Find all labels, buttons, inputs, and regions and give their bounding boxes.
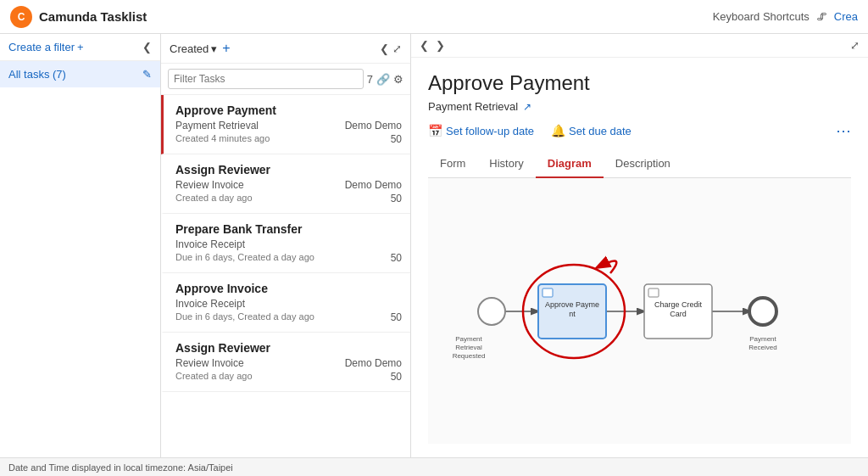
task-assignee: Demo Demo [345, 120, 402, 132]
svg-rect-4 [648, 288, 659, 297]
sidebar-filters: Create a filter + ❮ All tasks (7) ✎ [0, 34, 161, 457]
task-list-header-left: Created ▾ + [170, 41, 231, 56]
sort-created-button[interactable]: Created ▾ [170, 42, 217, 55]
statusbar: Date and Time displayed in local timezon… [0, 457, 868, 476]
end-label: Payment [749, 335, 776, 343]
svg-rect-3 [542, 288, 553, 297]
task-process: Invoice Receipt [175, 298, 245, 310]
keyboard-shortcuts-link[interactable]: Keyboard Shortcuts [713, 10, 810, 23]
filter-tasks-input[interactable] [168, 69, 364, 89]
detail-back-button[interactable]: ❮ [420, 39, 429, 52]
task-created: Created a day ago [175, 193, 253, 204]
detail-panel: ❮ ❯ ⤢ Approve Payment Payment Retrieval … [411, 34, 868, 457]
task-score: 50 [391, 311, 402, 323]
task-meta: Created 4 minutes ago 50 [175, 133, 402, 145]
filter-bar: 7 🔗 ⚙ [161, 64, 410, 95]
tab-history[interactable]: History [477, 150, 535, 178]
task-sub: Invoice Receipt [175, 298, 402, 310]
charge-task-label: Charge Credit [654, 300, 702, 309]
tab-description[interactable]: Description [604, 150, 682, 178]
task-sub: Review Invoice Demo Demo [175, 179, 402, 191]
sort-chevron-icon: ▾ [211, 42, 217, 55]
task-list-collapse-button[interactable]: ❮ [380, 42, 389, 55]
task-list-add-button[interactable]: + [222, 41, 230, 56]
task-meta: Due in 6 days, Created a day ago 50 [175, 252, 402, 264]
statusbar-text: Date and Time displayed in local timezon… [8, 462, 233, 473]
detail-subtitle: Payment Retrieval ↗ [428, 100, 851, 113]
set-follow-up-date-button[interactable]: 📅 Set follow-up date [428, 124, 534, 137]
filter-item-edit-icon[interactable]: ✎ [142, 68, 152, 81]
task-title: Assign Reviewer [175, 341, 402, 355]
task-title: Approve Invoice [175, 282, 402, 295]
task-created: Created a day ago [175, 371, 253, 383]
detail-subtitle-text: Payment Retrieval [428, 100, 518, 113]
calendar-icon: 📅 [428, 124, 442, 137]
create-filter-plus-icon: + [77, 41, 84, 53]
task-title: Prepare Bank Transfer [175, 222, 402, 236]
create-filter-button[interactable]: Create a filter + [8, 41, 84, 53]
task-score: 50 [391, 133, 402, 145]
task-title: Assign Reviewer [175, 163, 402, 176]
task-sub: Payment Retrieval Demo Demo [175, 120, 402, 132]
sort-created-label: Created [170, 42, 209, 55]
filter-link-icon: 🔗 [376, 73, 390, 86]
task-assignee: Demo Demo [345, 357, 402, 369]
task-list-header: Created ▾ + ❮ ⤢ [161, 34, 410, 64]
app-title: Camunda Tasklist [39, 9, 147, 24]
task-created: Created 4 minutes ago [175, 133, 270, 145]
sidebar-collapse-button[interactable]: ❮ [142, 41, 152, 53]
start-event [478, 298, 505, 325]
task-title: Approve Payment [175, 104, 402, 117]
detail-expand-button[interactable]: ⤢ [850, 39, 860, 52]
topbar-right: Keyboard Shortcuts 🖇 Crea [713, 10, 858, 23]
filter-item-label: All tasks (7) [8, 68, 66, 81]
task-process: Review Invoice [175, 357, 244, 369]
approve-task-label2: nt [569, 310, 576, 318]
task-sub: Review Invoice Demo Demo [175, 357, 402, 369]
svg-text:Received: Received [748, 344, 776, 351]
due-date-label: Set due date [569, 125, 632, 137]
task-item[interactable]: Approve Invoice Invoice Receipt Due in 6… [161, 273, 410, 333]
app-logo: C [10, 6, 32, 28]
detail-panel-topbar: ❮ ❯ ⤢ [411, 34, 868, 58]
task-process: Review Invoice [175, 179, 244, 191]
task-assignee: Demo Demo [345, 179, 402, 191]
svg-text:Requested: Requested [452, 352, 485, 360]
end-event [749, 298, 776, 325]
main-layout: Create a filter + ❮ All tasks (7) ✎ Crea… [0, 34, 868, 457]
external-link-icon[interactable]: ↗ [523, 101, 531, 113]
diagram-area: Approve Payme nt Charge Credit Card Paym… [428, 178, 851, 444]
task-score: 50 [391, 252, 402, 264]
create-filter-label: Create a filter [8, 41, 75, 53]
start-label: Payment [455, 335, 482, 343]
bell-icon: 🔔 [551, 124, 565, 137]
more-options-button[interactable]: ⋯ [836, 121, 851, 140]
task-item[interactable]: Assign Reviewer Review Invoice Demo Demo… [161, 333, 410, 392]
task-list-panel: Created ▾ + ❮ ⤢ 7 🔗 ⚙ Approve Payment [161, 34, 411, 457]
task-meta: Created a day ago 50 [175, 193, 402, 204]
topbar-left: C Camunda Tasklist [10, 6, 147, 28]
task-meta: Due in 6 days, Created a day ago 50 [175, 311, 402, 323]
filter-count: 7 [367, 73, 373, 86]
task-list-body: Approve Payment Payment Retrieval Demo D… [161, 95, 410, 457]
sidebar-filters-header: Create a filter + ❮ [0, 34, 160, 61]
bpmn-diagram: Approve Payme nt Charge Credit Card Paym… [428, 227, 851, 396]
task-item[interactable]: Assign Reviewer Review Invoice Demo Demo… [161, 154, 410, 214]
sidebar-item-all-tasks[interactable]: All tasks (7) ✎ [0, 61, 160, 87]
task-item[interactable]: Prepare Bank Transfer Invoice Receipt Du… [161, 214, 410, 273]
task-sub: Invoice Receipt [175, 238, 402, 250]
tab-form[interactable]: Form [428, 150, 477, 178]
charge-task-label2: Card [670, 310, 687, 318]
create-link[interactable]: Crea [834, 10, 858, 23]
detail-forward-button[interactable]: ❯ [436, 39, 445, 52]
topbar: C Camunda Tasklist Keyboard Shortcuts 🖇 … [0, 0, 868, 34]
task-item[interactable]: Approve Payment Payment Retrieval Demo D… [161, 95, 410, 154]
set-due-date-button[interactable]: 🔔 Set due date [551, 124, 632, 137]
tab-diagram[interactable]: Diagram [536, 150, 604, 178]
filter-settings-icon[interactable]: ⚙ [393, 73, 403, 86]
task-score: 50 [391, 371, 402, 383]
filter-icons: 7 🔗 ⚙ [367, 73, 403, 86]
task-created: Due in 6 days, Created a day ago [175, 311, 314, 323]
follow-up-label: Set follow-up date [446, 125, 534, 137]
task-list-expand-button[interactable]: ⤢ [392, 42, 402, 55]
